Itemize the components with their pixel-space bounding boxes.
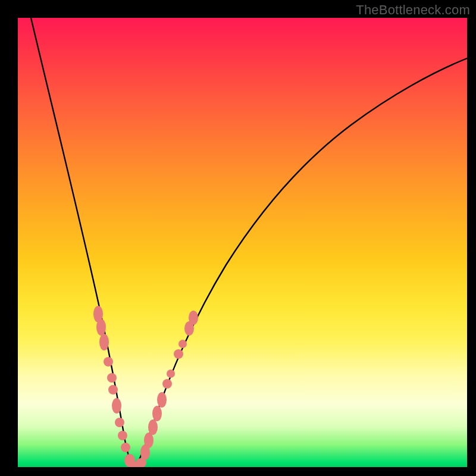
outer-frame: TheBottleneck.com [0,0,476,476]
plot-area [18,18,467,467]
watermark-text: TheBottleneck.com [356,2,470,18]
